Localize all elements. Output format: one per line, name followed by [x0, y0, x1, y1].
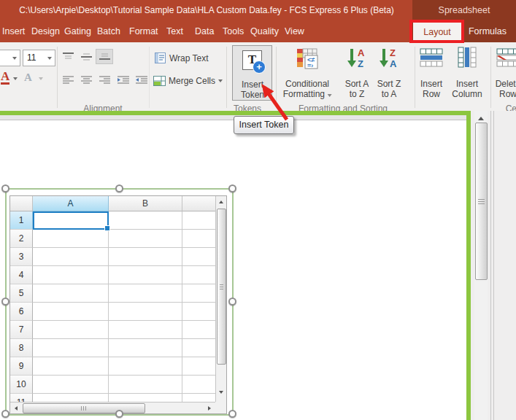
cell-c3[interactable]	[182, 248, 215, 266]
row-header-8[interactable]: 8	[10, 339, 33, 357]
tab-format[interactable]: Format	[129, 21, 158, 42]
align-right-button[interactable]	[99, 75, 111, 85]
cell-b7[interactable]	[109, 321, 182, 339]
chevron-down-icon[interactable]	[218, 79, 223, 82]
cell-a5[interactable]	[33, 284, 109, 303]
cell-a9[interactable]	[33, 357, 109, 376]
cell-a2[interactable]	[33, 230, 109, 248]
row-header-2[interactable]: 2	[10, 230, 33, 248]
align-top-button[interactable]	[62, 52, 74, 61]
sheet-horizontal-scrollbar[interactable]	[10, 402, 215, 413]
resize-handle-middle-right[interactable]	[228, 298, 236, 306]
cell-c1[interactable]	[182, 211, 215, 230]
cell-a10[interactable]	[33, 376, 109, 394]
scroll-down-button[interactable]	[216, 388, 226, 397]
font-size-value[interactable]: 11	[27, 50, 36, 66]
cell-a4[interactable]	[33, 266, 109, 284]
row-header-3[interactable]: 3	[10, 248, 33, 266]
cell-b4[interactable]	[109, 266, 182, 284]
column-header-a[interactable]: A	[33, 196, 109, 211]
cell-b3[interactable]	[109, 248, 182, 266]
increase-indent-button[interactable]	[135, 75, 148, 85]
row-header-9[interactable]: 9	[10, 357, 33, 376]
cell-c4[interactable]	[182, 266, 215, 284]
chevron-down-icon[interactable]	[47, 57, 52, 60]
align-center-button[interactable]	[80, 75, 93, 85]
cell-b8[interactable]	[109, 339, 182, 357]
chevron-down-icon[interactable]	[13, 77, 18, 80]
character-style-button[interactable]: A	[24, 71, 32, 83]
sheet-vscroll-thumb[interactable]	[217, 209, 226, 365]
scroll-left-button[interactable]	[12, 402, 20, 413]
spreadsheet-grid[interactable]: A B 1 2 3 4 5 6 7 8 9 10 11	[9, 195, 227, 414]
spreadsheet-object[interactable]: A B 1 2 3 4 5 6 7 8 9 10 11	[5, 188, 234, 416]
align-left-button[interactable]	[62, 75, 74, 85]
tab-text[interactable]: Text	[166, 21, 183, 42]
insert-column-button[interactable]: Insert Column	[451, 45, 483, 101]
chevron-down-icon[interactable]	[39, 77, 43, 80]
cell-b10[interactable]	[109, 376, 182, 394]
font-name-combo[interactable]	[0, 50, 20, 66]
font-size-combo[interactable]: 11	[23, 50, 55, 66]
align-middle-button[interactable]	[80, 52, 93, 61]
resize-handle-top-right[interactable]	[228, 184, 236, 192]
fill-handle[interactable]	[104, 225, 110, 231]
tab-design[interactable]: Design	[31, 21, 60, 42]
sort-z-to-a-button[interactable]: Z A Sort Z to A	[373, 45, 405, 101]
tab-formulas[interactable]: Formulas	[469, 21, 507, 42]
row-header-4[interactable]: 4	[10, 266, 33, 284]
cell-a6[interactable]	[33, 303, 109, 321]
resize-handle-middle-left[interactable]	[1, 298, 9, 306]
select-all-corner[interactable]	[10, 196, 33, 211]
conditional-formatting-button[interactable]: <≠ =› Conditional Formatting	[285, 45, 330, 101]
tab-insert[interactable]: Insert	[2, 21, 25, 42]
row-header-7[interactable]: 7	[10, 321, 33, 339]
tab-data[interactable]: Data	[195, 21, 214, 42]
align-bottom-button-pressed[interactable]	[96, 49, 113, 64]
wrap-text-button[interactable]: Wrap Text	[155, 52, 209, 63]
cell-a11[interactable]	[33, 394, 109, 402]
cell-b11[interactable]	[109, 394, 182, 402]
tab-view[interactable]: View	[285, 21, 304, 42]
cell-a3[interactable]	[33, 248, 109, 266]
canvas-scrollbar-thumb[interactable]	[475, 122, 488, 280]
cell-c5[interactable]	[182, 284, 215, 303]
cell-a7[interactable]	[33, 321, 109, 339]
sheet-hscroll-thumb[interactable]	[23, 403, 145, 413]
cell-c9[interactable]	[182, 357, 215, 376]
tab-layout-active[interactable]: Layout	[413, 22, 461, 42]
tab-batch[interactable]: Batch	[97, 21, 120, 42]
resize-handle-top-left[interactable]	[1, 184, 9, 192]
font-color-button[interactable]: A	[1, 70, 9, 85]
delete-row-button[interactable]: Delete Row	[495, 45, 516, 101]
cell-c2[interactable]	[182, 230, 215, 248]
cell-b6[interactable]	[109, 303, 182, 321]
row-header-11[interactable]: 11	[10, 394, 33, 402]
insert-token-button[interactable]: T + Insert Token	[232, 45, 272, 101]
sheet-vertical-scrollbar[interactable]	[215, 196, 226, 402]
tab-tools[interactable]: Tools	[223, 21, 244, 42]
cell-c11[interactable]	[182, 394, 215, 402]
context-tab-spreadsheet[interactable]: Spreadsheet	[412, 0, 516, 21]
cell-c8[interactable]	[182, 339, 215, 357]
insert-row-button[interactable]: Insert Row	[418, 45, 444, 101]
column-header-b[interactable]: B	[109, 196, 182, 211]
cell-b5[interactable]	[109, 284, 182, 303]
cell-a8[interactable]	[33, 339, 109, 357]
decrease-indent-button[interactable]	[117, 75, 130, 85]
active-cell-a1-border[interactable]	[33, 211, 109, 230]
tab-gating[interactable]: Gating	[64, 21, 91, 42]
cell-c7[interactable]	[182, 321, 215, 339]
row-header-5[interactable]: 5	[10, 284, 33, 303]
canvas-vertical-scrollbar[interactable]	[474, 111, 488, 420]
row-header-1[interactable]: 1	[10, 211, 33, 230]
tab-quality[interactable]: Quality	[250, 21, 279, 42]
cell-b2[interactable]	[109, 230, 182, 248]
merge-cells-button[interactable]: Merge Cells	[153, 76, 223, 86]
scroll-right-button[interactable]	[205, 402, 214, 413]
row-header-6[interactable]: 6	[10, 303, 33, 321]
cell-c6[interactable]	[182, 303, 215, 321]
resize-handle-top-center[interactable]	[115, 184, 123, 192]
sort-a-to-z-button[interactable]: A Z Sort A to Z	[341, 45, 373, 101]
scroll-up-button[interactable]	[216, 198, 226, 206]
